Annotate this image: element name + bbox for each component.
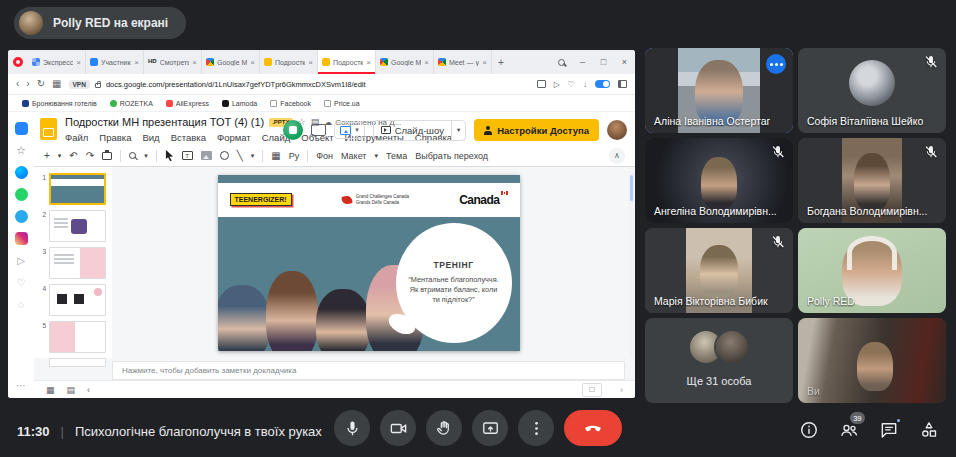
hang-up-button[interactable] — [564, 410, 622, 446]
tile-bogdana[interactable]: Богдана Володимирівн... — [798, 138, 946, 223]
instagram-icon[interactable] — [15, 232, 28, 245]
present-button[interactable] — [472, 410, 508, 446]
py-tool[interactable]: Py — [289, 151, 300, 161]
telegram-icon[interactable] — [15, 210, 28, 223]
tab-close-icon[interactable]: × — [76, 58, 81, 67]
layout-caret-icon[interactable]: ▾ — [374, 152, 378, 159]
insert-shape-icon[interactable] — [220, 151, 229, 160]
snapshot-icon[interactable] — [537, 80, 546, 88]
hide-menus-button[interactable]: ∧ — [609, 148, 625, 164]
bookmark-rozetka[interactable]: ROZETKA — [110, 100, 153, 107]
browser-tab-6-active[interactable]: Подростки М × — [318, 50, 376, 74]
sidebar-panel-icon[interactable] — [618, 80, 627, 88]
vpn-toggle[interactable] — [595, 80, 610, 88]
url-field[interactable]: VPN docs.google.com/presentation/d/1LnUi… — [69, 77, 530, 92]
menu-view[interactable]: Вид — [142, 132, 159, 143]
browser-tab-4[interactable]: Google Meet × — [202, 50, 260, 74]
account-avatar[interactable] — [607, 120, 627, 140]
tab-close-icon[interactable]: × — [192, 58, 197, 67]
insert-line-icon[interactable]: ╲ — [237, 151, 243, 161]
background-button[interactable]: Фон — [316, 151, 333, 161]
zoom-caret-icon[interactable]: ▾ — [144, 152, 148, 159]
browser-tab-7[interactable]: Google Meet × — [376, 50, 434, 74]
maximize-button[interactable]: □ — [593, 57, 614, 67]
tile-overflow[interactable]: Ще 31 особа — [645, 318, 793, 403]
share-button[interactable]: Настройки Доступа — [474, 119, 599, 141]
grid-view-icon[interactable]: ▤ — [67, 385, 76, 395]
browser-tab-5[interactable]: Подростки М × — [260, 50, 318, 74]
participants-button[interactable]: 39 — [838, 419, 860, 441]
tile-unnamed[interactable]: Ви — [798, 318, 946, 403]
slides-app-icon[interactable] — [40, 118, 57, 140]
theme-button[interactable]: Тема — [386, 151, 407, 161]
expand-sidebar-icon[interactable]: › — [620, 385, 623, 395]
bookmarks-star-icon[interactable]: ☆ — [15, 144, 28, 157]
transition-button[interactable]: Выбрать переход — [415, 151, 488, 161]
activities-button[interactable] — [918, 419, 940, 441]
prev-slide-icon[interactable]: ‹ — [87, 385, 90, 395]
vpn-badge[interactable]: VPN — [69, 80, 90, 89]
likes-icon[interactable]: ♡ — [15, 276, 28, 289]
history-icon[interactable]: ◌ — [15, 298, 28, 311]
slide-thumbnail-2[interactable] — [49, 210, 106, 242]
slideshow-caret-icon[interactable]: ▾ — [452, 126, 465, 134]
zoom-icon[interactable] — [129, 152, 136, 159]
browser-tab-3[interactable]: HD Смотреть ф × — [144, 50, 202, 74]
minimize-button[interactable]: – — [572, 57, 593, 67]
reload-icon[interactable]: ↻ — [37, 79, 45, 89]
menu-file[interactable]: Файл — [65, 132, 88, 143]
filmstrip-view-icon[interactable]: ▦ — [46, 385, 55, 395]
textbox-icon[interactable]: T — [182, 151, 193, 160]
redo-icon[interactable]: ↷ — [86, 151, 94, 161]
scrollbar[interactable] — [629, 167, 634, 358]
browser-tab-1[interactable]: Экспресс-па × — [28, 50, 86, 74]
slide-thumbnail-3[interactable] — [49, 247, 106, 279]
back-icon[interactable]: ‹ — [16, 79, 19, 89]
tab-close-icon[interactable]: × — [250, 58, 255, 67]
bookmark-priceua[interactable]: Price.ua — [324, 100, 360, 107]
player-icon[interactable]: ▷ — [15, 254, 28, 267]
chat-button[interactable] — [878, 419, 900, 441]
doc-title[interactable]: Подростки МН презентация ТОТ (4) (1) — [65, 116, 264, 128]
layout-button[interactable]: Макет — [341, 151, 366, 161]
slide-thumbnail-4[interactable] — [49, 284, 106, 316]
slideshow-button[interactable]: Слайд-шоу ▾ — [373, 120, 467, 141]
line-caret-icon[interactable]: ▾ — [251, 152, 255, 159]
speeddial-icon[interactable]: ▦ — [52, 79, 61, 89]
select-cursor-icon[interactable] — [165, 150, 174, 161]
forward-icon[interactable]: › — [26, 79, 29, 89]
open-notes-button[interactable]: □ — [582, 383, 602, 397]
download-icon[interactable]: ↓ — [583, 80, 587, 89]
browser-tab-2[interactable]: Участники гру × — [86, 50, 144, 74]
mic-button[interactable] — [334, 410, 370, 446]
print-icon[interactable] — [102, 152, 112, 160]
speed-dial-icon[interactable] — [15, 122, 28, 135]
menu-insert[interactable]: Вставка — [171, 132, 206, 143]
more-options-button[interactable] — [518, 410, 554, 446]
tab-close-icon[interactable]: × — [366, 58, 371, 67]
menu-edit[interactable]: Правка — [99, 132, 131, 143]
meet-presenting-icon[interactable] — [283, 120, 303, 140]
frame-icon[interactable]: ▦ — [271, 151, 280, 161]
new-slide-button[interactable]: + — [44, 151, 50, 161]
tile-options-button[interactable] — [766, 54, 786, 74]
menu-format[interactable]: Формат — [217, 132, 251, 143]
bookmark-aliexpress[interactable]: AliExpress — [166, 100, 209, 107]
raise-hand-button[interactable] — [426, 410, 462, 446]
current-slide[interactable]: TEENERGIZER! Grand Challenges CanadaGran… — [218, 175, 520, 351]
camera-button[interactable] — [380, 410, 416, 446]
opera-logo-icon[interactable] — [8, 50, 28, 74]
slide-thumbnail-1[interactable] — [49, 173, 106, 205]
comments-icon[interactable] — [311, 124, 326, 136]
insert-image-icon[interactable] — [201, 151, 212, 160]
bookmark-booking[interactable]: Бронювання готелів — [22, 100, 97, 107]
tile-alina[interactable]: Аліна Іванівна Остертаг — [645, 48, 793, 133]
tab-close-icon[interactable]: × — [134, 58, 139, 67]
close-window-button[interactable]: × — [614, 57, 635, 67]
slide-thumbnail-5[interactable] — [49, 321, 106, 353]
meeting-details-button[interactable] — [798, 419, 820, 441]
new-tab-button[interactable]: + — [492, 50, 510, 74]
tab-search-icon[interactable] — [551, 59, 572, 66]
send-icon[interactable]: ▷ — [554, 80, 560, 89]
whatsapp-icon[interactable] — [15, 188, 28, 201]
